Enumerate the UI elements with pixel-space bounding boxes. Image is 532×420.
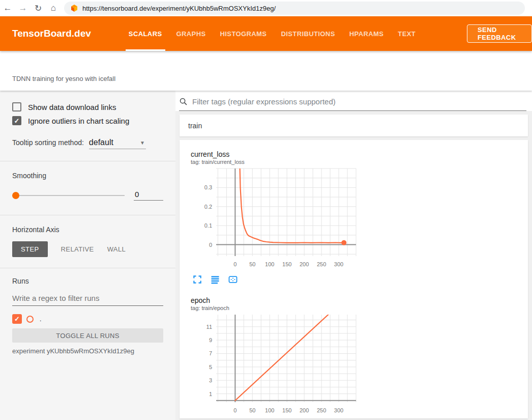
- search-icon: [179, 97, 188, 106]
- experiment-id: experiment yKUbhb5wRmOSXYkId1z9eg: [12, 347, 163, 355]
- tag-filter-bar: Filter tags (regular expressions support…: [175, 91, 532, 111]
- svg-text:9: 9: [209, 337, 212, 343]
- app-header: TensorBoard.dev SCALARS GRAPHS HISTOGRAM…: [0, 16, 532, 51]
- line-chart[interactable]: 0501001502002503001357911: [186, 313, 361, 417]
- back-icon[interactable]: ←: [0, 3, 15, 13]
- smoothing-slider-row: 0: [12, 190, 163, 203]
- chart-title: current_loss: [191, 150, 361, 158]
- runs-label: Runs: [12, 277, 163, 285]
- experiment-title: TDNN training for yesno with icefall: [12, 75, 115, 82]
- general-settings-section: Show data download links ✓ Ignore outlie…: [0, 91, 175, 161]
- tooltip-sorting-dropdown[interactable]: default ▼: [89, 138, 146, 149]
- svg-text:3: 3: [209, 377, 212, 383]
- run-color-swatch: [26, 316, 34, 323]
- axis-relative-button[interactable]: RELATIVE: [61, 241, 94, 257]
- smoothing-slider-knob[interactable]: [12, 192, 19, 199]
- svg-text:200: 200: [300, 407, 309, 413]
- send-feedback-button[interactable]: SEND FEEDBACK: [467, 24, 532, 43]
- svg-text:200: 200: [300, 261, 309, 267]
- svg-text:0.3: 0.3: [204, 184, 212, 190]
- runs-section: Runs Write a regex to filter runs ✓ . TO…: [0, 268, 175, 355]
- tab-text[interactable]: TEXT: [391, 16, 423, 51]
- fit-domain-icon[interactable]: [228, 274, 238, 285]
- charts-grid: current_loss tag: train/current_loss 050…: [186, 146, 528, 418]
- svg-text:150: 150: [282, 407, 291, 413]
- svg-text:300: 300: [334, 407, 343, 413]
- forward-icon[interactable]: →: [15, 3, 31, 13]
- chart-current-loss: current_loss tag: train/current_loss 050…: [186, 146, 361, 292]
- svg-text:5: 5: [209, 364, 212, 370]
- svg-text:250: 250: [317, 261, 326, 267]
- nav-tabs: SCALARS GRAPHS HISTOGRAMS DISTRIBUTIONS …: [122, 16, 423, 51]
- svg-text:0.1: 0.1: [204, 222, 212, 229]
- svg-text:7: 7: [209, 350, 212, 356]
- svg-text:0: 0: [233, 407, 237, 413]
- chart-epoch: epoch tag: train/epoch 05010015020025030…: [186, 292, 361, 418]
- svg-text:100: 100: [265, 407, 274, 413]
- svg-text:50: 50: [249, 261, 255, 267]
- svg-text:0: 0: [209, 242, 212, 248]
- axis-step-button[interactable]: STEP: [12, 241, 48, 257]
- ignore-outliers-label: Ignore outliers in chart scaling: [28, 117, 129, 125]
- show-download-label: Show data download links: [28, 103, 116, 111]
- train-group-title: train: [188, 122, 202, 130]
- svg-text:0: 0: [233, 261, 237, 267]
- ignore-outliers-row: ✓ Ignore outliers in chart scaling: [12, 116, 163, 125]
- main-content: Filter tags (regular expressions support…: [175, 91, 532, 420]
- svg-text:100: 100: [265, 261, 274, 267]
- home-icon[interactable]: ⌂: [46, 3, 61, 13]
- ignore-outliers-checkbox[interactable]: ✓: [12, 116, 21, 125]
- axis-wall-button[interactable]: WALL: [107, 241, 126, 257]
- chart-toolbar: [192, 274, 361, 285]
- smoothing-slider[interactable]: [12, 195, 125, 196]
- chart-tag: tag: train/epoch: [191, 305, 361, 311]
- svg-text:11: 11: [206, 324, 212, 330]
- chevron-down-icon: ▼: [140, 140, 145, 146]
- tab-distributions[interactable]: DISTRIBUTIONS: [274, 16, 342, 51]
- tooltip-sorting-value: default: [89, 138, 113, 147]
- svg-text:300: 300: [334, 261, 343, 267]
- chart-title: epoch: [191, 296, 361, 304]
- reload-icon[interactable]: ↻: [31, 3, 46, 14]
- tab-scalars[interactable]: SCALARS: [122, 16, 169, 51]
- horizontal-axis-label: Horizontal Axis: [12, 226, 163, 234]
- train-group-card: current_loss tag: train/current_loss 050…: [180, 140, 528, 418]
- tensorboard-favicon: [70, 4, 78, 12]
- run-row[interactable]: ✓ .: [12, 314, 163, 324]
- brand-logo[interactable]: TensorBoard.dev: [12, 28, 91, 39]
- tooltip-sorting-label: Tooltip sorting method:: [12, 138, 84, 147]
- tooltip-sorting-row: Tooltip sorting method: default ▼: [12, 138, 163, 149]
- tag-filter-input[interactable]: Filter tags (regular expressions support…: [179, 91, 526, 111]
- show-download-row: Show data download links: [12, 102, 163, 111]
- browser-chrome: ← → ↻ ⌂ https://tensorboard.dev/experime…: [0, 0, 532, 16]
- axis-toggle-group: STEP RELATIVE WALL: [12, 241, 163, 257]
- tab-hparams[interactable]: HPARAMS: [342, 16, 391, 51]
- url-text: https://tensorboard.dev/experiment/yKUbh…: [82, 5, 276, 12]
- toggle-all-runs-button[interactable]: TOGGLE ALL RUNS: [12, 328, 163, 343]
- svg-text:250: 250: [317, 407, 326, 413]
- chart-tag: tag: train/current_loss: [191, 159, 361, 165]
- line-chart[interactable]: 05010015020025030000.10.20.3: [186, 167, 361, 271]
- tag-filter-placeholder: Filter tags (regular expressions support…: [192, 97, 336, 106]
- smoothing-section: Smoothing 0: [0, 161, 175, 215]
- svg-text:1: 1: [209, 391, 212, 397]
- svg-text:0.2: 0.2: [204, 204, 212, 210]
- svg-text:50: 50: [249, 407, 255, 413]
- train-group-header[interactable]: train: [180, 115, 528, 136]
- tab-histograms[interactable]: HISTOGRAMS: [213, 16, 274, 51]
- svg-text:150: 150: [282, 261, 291, 267]
- data-table-icon[interactable]: [210, 274, 220, 285]
- horizontal-axis-section: Horizontal Axis STEP RELATIVE WALL: [0, 215, 175, 268]
- expand-chart-icon[interactable]: [192, 274, 202, 285]
- smoothing-value-field[interactable]: 0: [134, 190, 163, 201]
- show-download-checkbox[interactable]: [12, 102, 21, 111]
- smoothing-label: Smoothing: [12, 172, 163, 180]
- experiment-title-band: TDNN training for yesno with icefall: [0, 51, 532, 91]
- url-bar[interactable]: https://tensorboard.dev/experiment/yKUbh…: [64, 2, 525, 15]
- page: ← → ↻ ⌂ https://tensorboard.dev/experime…: [0, 0, 532, 420]
- tab-graphs[interactable]: GRAPHS: [169, 16, 213, 51]
- settings-sidebar: Show data download links ✓ Ignore outlie…: [0, 91, 175, 420]
- run-name: .: [40, 316, 41, 323]
- runs-filter-input[interactable]: Write a regex to filter runs: [12, 292, 163, 306]
- run-checkbox[interactable]: ✓: [12, 314, 22, 324]
